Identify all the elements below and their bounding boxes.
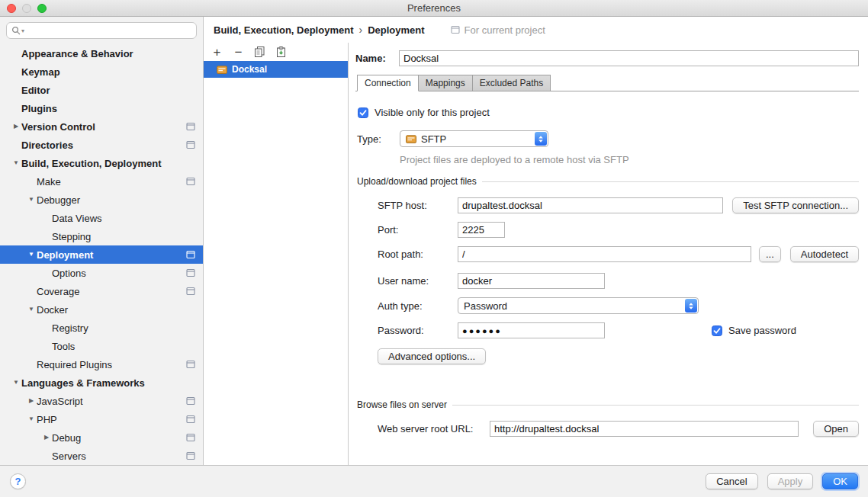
advanced-options-button[interactable]: Advanced options... [378,348,486,364]
expand-arrow[interactable]: ▶ [26,392,37,410]
password-input[interactable] [458,322,605,338]
help-button[interactable]: ? [10,473,26,489]
apply-button[interactable]: Apply [767,473,814,489]
tab-mappings[interactable]: Mappings [418,75,473,91]
expand-arrow[interactable]: ▼ [11,374,21,392]
sidebar-item-version-control[interactable]: ▶ Version Control [0,117,203,136]
sidebar-item-appearance-behavior[interactable]: Appearance & Behavior [0,44,203,63]
sidebar-item-deployment[interactable]: ▼ Deployment [0,245,203,264]
tab-excluded-paths[interactable]: Excluded Paths [472,75,551,91]
remove-server-button[interactable]: − [232,46,245,59]
window-controls [7,4,47,13]
config-tabs: Connection Mappings Excluded Paths [355,75,859,91]
cancel-button[interactable]: Cancel [706,473,757,489]
checkbox-checked-icon[interactable] [712,325,722,336]
dialog-footer: ? Cancel Apply OK [0,465,868,497]
title-bar: Preferences [0,0,868,17]
project-settings-icon [186,122,195,131]
test-sftp-connection-button[interactable]: Test SFTP connection... [732,197,859,213]
for-current-project-label: For current project [451,24,545,36]
upload-section-header: Upload/download project files [357,176,859,187]
name-label: Name: [355,53,399,64]
checkbox-checked-icon[interactable] [358,107,368,118]
port-label: Port: [378,224,458,236]
expand-arrow[interactable]: ▼ [11,154,21,172]
expand-arrow[interactable]: ▼ [26,410,37,428]
zoom-window-button[interactable] [37,4,47,13]
user-name-label: User name: [378,275,458,287]
auth-type-select[interactable]: Password [458,297,699,314]
root-path-input[interactable] [458,246,751,262]
type-hint-text: Project files are deployed to a remote h… [400,154,859,165]
type-select[interactable]: SFTP [400,130,548,147]
user-name-input[interactable] [458,273,605,289]
open-button[interactable]: Open [813,421,859,437]
project-settings-icon [186,268,195,277]
sidebar-item-data-views[interactable]: Data Views [0,209,203,227]
settings-tree: Appearance & Behavior Keymap Editor Plug… [0,43,203,465]
sftp-server-icon [217,66,227,74]
save-password-checkbox[interactable]: Save password [712,325,796,336]
root-path-label: Root path: [378,248,458,260]
sidebar-item-options[interactable]: Options [0,264,203,282]
sidebar-item-build-execution-deployment[interactable]: ▼ Build, Execution, Deployment [0,154,203,172]
password-label: Password: [378,325,458,336]
server-name: Docksal [232,64,267,75]
sidebar-item-keymap[interactable]: Keymap [0,63,203,81]
sidebar-item-tools[interactable]: Tools [0,337,203,355]
tab-connection[interactable]: Connection [357,75,419,91]
window-title: Preferences [407,2,461,14]
server-list-item-docksal[interactable]: Docksal [204,61,348,78]
browse-root-path-button[interactable]: ... [759,246,781,262]
sidebar-item-make[interactable]: Make [0,172,203,191]
ok-button[interactable]: OK [822,473,858,489]
sidebar-item-editor[interactable]: Editor [0,81,203,99]
autodetect-button[interactable]: Autodetect [790,246,859,262]
visible-only-checkbox[interactable]: Visible only for this project [358,107,859,118]
expand-arrow[interactable]: ▼ [26,245,37,264]
settings-header: Build, Execution, Deployment › Deploymen… [204,17,868,43]
sidebar-item-debug[interactable]: ▶ Debug [0,428,203,447]
sftp-host-input[interactable] [458,197,723,213]
sidebar-item-plugins[interactable]: Plugins [0,99,203,117]
copy-server-button[interactable] [253,46,266,59]
sidebar-item-languages-frameworks[interactable]: ▼ Languages & Frameworks [0,374,203,392]
sidebar-item-javascript[interactable]: ▶ JavaScript [0,392,203,410]
name-input[interactable] [399,50,859,66]
server-list-toolbar: + − [204,43,348,61]
settings-search-box[interactable]: ▾ [6,22,197,39]
add-server-button[interactable]: + [211,46,223,59]
browse-section-header: Browse files on server [357,399,859,410]
expand-arrow[interactable]: ▼ [26,191,37,209]
connection-tab-content: Visible only for this project Type: SFTP… [355,91,859,465]
sidebar-item-required-plugins[interactable]: Required Plugins [0,355,203,374]
search-scope-chevron-icon[interactable]: ▾ [21,27,24,34]
port-input[interactable] [458,222,505,238]
sftp-host-label: SFTP host: [378,200,458,211]
web-server-root-url-input[interactable] [490,421,799,437]
preferences-window: Preferences ▾ Appearance & Behavior Keym… [0,0,868,497]
expand-arrow[interactable]: ▶ [11,117,21,136]
dropdown-arrows-icon [685,299,697,313]
sidebar-item-stepping[interactable]: Stepping [0,227,203,245]
search-input[interactable] [26,25,191,37]
sidebar-item-servers[interactable]: Servers [0,447,203,465]
expand-arrow[interactable]: ▼ [26,300,37,319]
breadcrumb-parent[interactable]: Build, Execution, Deployment [214,24,353,36]
sidebar-item-coverage[interactable]: Coverage [0,282,203,300]
breadcrumb-separator: › [358,24,362,36]
sidebar-item-debugger[interactable]: ▼ Debugger [0,191,203,209]
expand-arrow[interactable]: ▶ [41,428,52,447]
sidebar-item-php[interactable]: ▼ PHP [0,410,203,428]
sidebar-item-registry[interactable]: Registry [0,319,203,337]
sidebar-item-docker[interactable]: ▼ Docker [0,300,203,319]
minimize-window-button [22,4,31,13]
sidebar-item-directories[interactable]: Directories [0,136,203,154]
dropdown-arrows-icon [535,132,547,146]
section-divider [452,405,859,406]
paste-icon [276,46,286,57]
paste-server-button[interactable] [275,46,288,59]
close-window-button[interactable] [7,4,16,13]
minus-icon: − [235,46,243,59]
project-settings-icon [186,177,195,186]
